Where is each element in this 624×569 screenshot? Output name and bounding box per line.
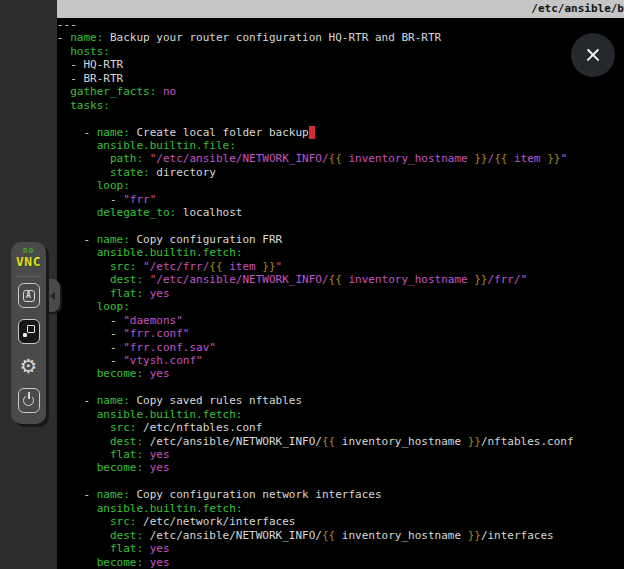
vnc-control-panel: no VNC A ⚙ bbox=[11, 242, 46, 424]
nano-titlebar: GNU nano 7.2 /etc/ansible/b bbox=[57, 0, 624, 18]
code-line: - "frr" bbox=[57, 193, 624, 206]
code-line: ansible.builtin.fetch: bbox=[57, 502, 624, 515]
code-line: delegate_to: localhost bbox=[57, 206, 624, 219]
code-line: become: yes bbox=[57, 461, 624, 474]
code-line: ansible.builtin.file: bbox=[57, 139, 624, 152]
text-cursor bbox=[309, 126, 316, 139]
control-bar-handle[interactable] bbox=[44, 279, 60, 312]
gear-icon: ⚙ bbox=[20, 356, 38, 376]
code-line: dest: /etc/ansible/NETWORK_INFO/{{ inven… bbox=[57, 435, 624, 448]
code-line: - name: Copy configuration FRR bbox=[57, 233, 624, 246]
code-line: ansible.builtin.fetch: bbox=[57, 408, 624, 421]
logo-divider bbox=[17, 276, 40, 277]
power-icon bbox=[23, 395, 34, 406]
collapse-arrow-icon bbox=[50, 292, 55, 300]
code-line: src: /etc/nftables.conf bbox=[57, 421, 624, 434]
code-line: - "frr.conf.sav" bbox=[57, 341, 624, 354]
code-line: state: directory bbox=[57, 166, 624, 179]
code-line bbox=[57, 381, 624, 394]
code-line: src: /etc/network/interfaces bbox=[57, 515, 624, 528]
novnc-logo: no VNC bbox=[11, 247, 46, 268]
power-button[interactable] bbox=[18, 388, 40, 413]
code-line: ansible.builtin.fetch: bbox=[57, 246, 624, 259]
code-line: - name: Copy saved rules nftables bbox=[57, 394, 624, 407]
code-line: flat: yes bbox=[57, 542, 624, 555]
code-line: tasks: bbox=[57, 99, 624, 112]
code-line: become: yes bbox=[57, 367, 624, 380]
code-line: flat: yes bbox=[57, 448, 624, 461]
vnc-sidebar-strip: no VNC A ⚙ bbox=[0, 0, 57, 569]
code-line: - name: Copy configuration network inter… bbox=[57, 488, 624, 501]
code-line bbox=[57, 475, 624, 488]
code-line bbox=[57, 220, 624, 233]
code-line: - name: Backup your router configuration… bbox=[57, 31, 624, 44]
editor-content[interactable]: ---- name: Backup your router configurat… bbox=[57, 18, 624, 569]
code-line: loop: bbox=[57, 179, 624, 192]
code-line: dest: "/etc/ansible/NETWORK_INFO/{{ inve… bbox=[57, 273, 624, 286]
code-line: src: "/etc/frr/{{ item }}" bbox=[57, 260, 624, 273]
code-line: loop: bbox=[57, 300, 624, 313]
extra-keys-button[interactable]: A bbox=[18, 283, 40, 308]
keyboard-a-icon: A bbox=[23, 290, 35, 302]
nano-filename: /etc/ansible/b bbox=[531, 0, 624, 17]
code-line: - "frr.conf" bbox=[57, 327, 624, 340]
logo-text-vnc: VNC bbox=[11, 255, 46, 268]
code-line: become: yes bbox=[57, 556, 624, 569]
fullscreen-icon bbox=[22, 325, 35, 338]
code-line: --- bbox=[57, 18, 624, 31]
close-button[interactable] bbox=[571, 33, 615, 77]
fullscreen-button[interactable] bbox=[18, 319, 40, 344]
code-line: - "daemons" bbox=[57, 314, 624, 327]
code-line: flat: yes bbox=[57, 287, 624, 300]
code-line: - "vtysh.conf" bbox=[57, 354, 624, 367]
code-line: - HQ-RTR bbox=[57, 58, 624, 71]
code-line: path: "/etc/ansible/NETWORK_INFO/{{ inve… bbox=[57, 152, 624, 165]
code-line bbox=[57, 112, 624, 125]
settings-button[interactable]: ⚙ bbox=[18, 353, 40, 378]
code-line: dest: /etc/ansible/NETWORK_INFO/{{ inven… bbox=[57, 529, 624, 542]
code-line: hosts: bbox=[57, 45, 624, 58]
code-line: gather_facts: no bbox=[57, 85, 624, 98]
terminal[interactable]: GNU nano 7.2 /etc/ansible/b ---- name: B… bbox=[57, 0, 624, 569]
code-line: - name: Create local folder backup bbox=[57, 126, 624, 139]
code-line: - BR-RTR bbox=[57, 72, 624, 85]
